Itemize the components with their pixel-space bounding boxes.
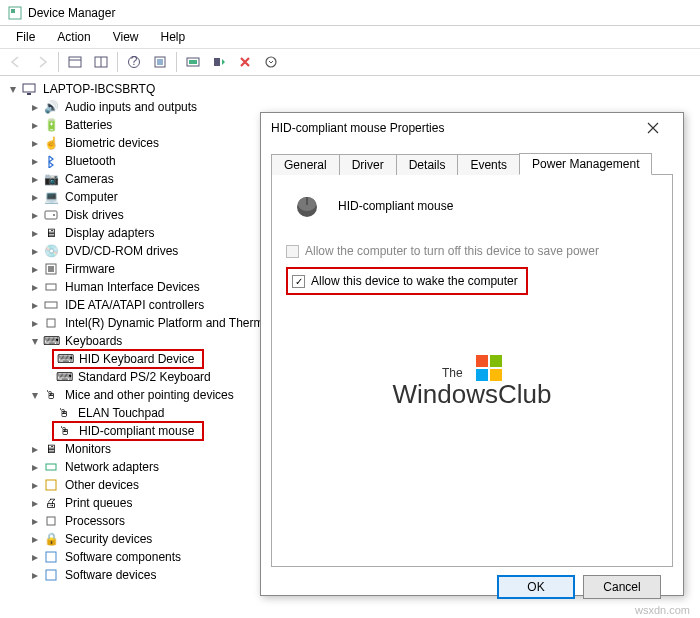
svg-rect-15 [27, 93, 31, 95]
mouse-icon: 🖱 [43, 387, 59, 403]
keyboard-icon: ⌨ [57, 351, 73, 367]
item-label: Batteries [63, 118, 114, 132]
expand-icon[interactable]: ▸ [28, 154, 42, 168]
window-title: Device Manager [28, 6, 115, 20]
battery-icon: 🔋 [43, 117, 59, 133]
nav-back-button [4, 50, 28, 74]
checkbox-checked[interactable]: ✓ [292, 275, 305, 288]
expand-icon[interactable]: ▸ [28, 226, 42, 240]
dvd-icon: 💿 [43, 243, 59, 259]
item-label: Bluetooth [63, 154, 118, 168]
dialog-title: HID-compliant mouse Properties [271, 121, 444, 135]
update-driver-button[interactable] [207, 50, 231, 74]
windows-flag-icon [476, 355, 502, 381]
item-label: IDE ATA/ATAPI controllers [63, 298, 206, 312]
item-label: Display adapters [63, 226, 156, 240]
menu-action[interactable]: Action [47, 28, 100, 46]
item-label: Software components [63, 550, 183, 564]
other-icon [43, 477, 59, 493]
expand-icon[interactable]: ▾ [6, 82, 20, 96]
expand-icon[interactable]: ▸ [28, 208, 42, 222]
display-icon: 🖥 [43, 225, 59, 241]
toolbar-button-4[interactable] [148, 50, 172, 74]
expand-icon[interactable]: ▸ [28, 316, 42, 330]
tab-details[interactable]: Details [396, 154, 459, 175]
titlebar: Device Manager [0, 0, 700, 26]
svg-rect-1 [11, 9, 15, 13]
menu-file[interactable]: File [6, 28, 45, 46]
highlight-box: ✓ Allow this device to wake the computer [286, 267, 528, 295]
tab-events[interactable]: Events [457, 154, 520, 175]
svg-rect-12 [214, 58, 220, 66]
expand-icon[interactable]: ▸ [28, 100, 42, 114]
menu-help[interactable]: Help [151, 28, 196, 46]
security-icon: 🔒 [43, 531, 59, 547]
separator [117, 52, 118, 72]
svg-rect-14 [23, 84, 35, 92]
expand-icon[interactable]: ▸ [28, 532, 42, 546]
expand-icon[interactable]: ▸ [28, 496, 42, 510]
tab-general[interactable]: General [271, 154, 340, 175]
item-label: Other devices [63, 478, 141, 492]
svg-rect-21 [45, 302, 57, 308]
item-label: Cameras [63, 172, 116, 186]
item-label: HID-compliant mouse [77, 424, 196, 438]
chip-icon [43, 315, 59, 331]
disable-button[interactable] [259, 50, 283, 74]
item-label: Human Interface Devices [63, 280, 202, 294]
item-label: Computer [63, 190, 120, 204]
expand-icon[interactable]: ▸ [28, 190, 42, 204]
item-label: Audio inputs and outputs [63, 100, 199, 114]
expand-icon[interactable]: ▸ [28, 118, 42, 132]
expand-icon[interactable]: ▸ [28, 298, 42, 312]
properties-dialog: HID-compliant mouse Properties General D… [260, 112, 684, 596]
expand-icon[interactable]: ▸ [28, 550, 42, 564]
expand-icon[interactable]: ▸ [28, 262, 42, 276]
cpu-icon [43, 513, 59, 529]
tab-strip: General Driver Details Events Power Mana… [271, 151, 673, 175]
tree-root[interactable]: ▾ LAPTOP-IBCSBRTQ [0, 80, 700, 98]
highlight-box: ⌨HID Keyboard Device [52, 349, 204, 369]
uninstall-button[interactable] [233, 50, 257, 74]
mouse-icon: 🖱 [56, 405, 72, 421]
dialog-body: General Driver Details Events Power Mana… [261, 143, 683, 609]
tab-power-management[interactable]: Power Management [519, 153, 652, 175]
checkbox-disabled [286, 245, 299, 258]
computer-icon: 💻 [43, 189, 59, 205]
toolbar-button-2[interactable] [89, 50, 113, 74]
watermark-logo: The WindowsClub [272, 355, 672, 407]
separator [58, 52, 59, 72]
item-label: Software devices [63, 568, 158, 582]
expand-icon[interactable]: ▸ [28, 478, 42, 492]
toolbar-button-1[interactable] [63, 50, 87, 74]
help-button[interactable]: ? [122, 50, 146, 74]
tab-driver[interactable]: Driver [339, 154, 397, 175]
svg-rect-23 [46, 464, 56, 470]
scan-hardware-button[interactable] [181, 50, 205, 74]
biometric-icon: ☝ [43, 135, 59, 151]
camera-icon: 📷 [43, 171, 59, 187]
expand-icon[interactable]: ▸ [28, 442, 42, 456]
menu-view[interactable]: View [103, 28, 149, 46]
expand-icon[interactable]: ▸ [28, 280, 42, 294]
cancel-button[interactable]: Cancel [583, 575, 661, 599]
expand-icon[interactable]: ▸ [28, 136, 42, 150]
audio-icon: 🔊 [43, 99, 59, 115]
collapse-icon[interactable]: ▾ [28, 334, 42, 348]
expand-icon[interactable]: ▸ [28, 460, 42, 474]
app-icon [8, 6, 22, 20]
ok-button[interactable]: OK [497, 575, 575, 599]
device-name: HID-compliant mouse [338, 199, 453, 213]
expand-icon[interactable]: ▸ [28, 568, 42, 582]
bluetooth-icon [43, 153, 59, 169]
dialog-buttons: OK Cancel [271, 567, 673, 599]
expand-icon[interactable]: ▸ [28, 514, 42, 528]
item-label: Print queues [63, 496, 134, 510]
expand-icon[interactable]: ▸ [28, 172, 42, 186]
collapse-icon[interactable]: ▾ [28, 388, 42, 402]
option-allow-wake[interactable]: ✓ Allow this device to wake the computer [292, 271, 518, 291]
expand-icon[interactable]: ▸ [28, 244, 42, 258]
item-label: Monitors [63, 442, 113, 456]
close-button[interactable] [633, 114, 673, 142]
logo-line1: The [272, 355, 672, 381]
